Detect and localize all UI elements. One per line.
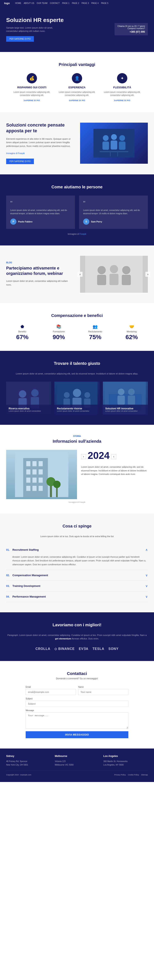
reclutamento-label: Reclutamento: [79, 330, 111, 333]
accordion-header-2[interactable]: 03. Training Development ∨: [6, 581, 148, 591]
nav-about[interactable]: ABOUT US: [24, 2, 34, 4]
spinge-section: Cosa ci spinge Lorem ipsum dolor sit te …: [0, 514, 154, 612]
carousel-next-button[interactable]: ›: [145, 272, 150, 277]
azienda-info: ‹ 2024 › Lorem ipsum dolor sit amet, con…: [81, 450, 148, 499]
hero-contact-label: Chiama 24 ore su 24 / 7 giorni: [117, 25, 145, 27]
form-field-name: Name: [78, 686, 129, 695]
footer-addr-2: 360 Martin St. HomeworksLos Angeles, NY …: [103, 760, 148, 767]
svg-rect-43: [26, 477, 30, 483]
comp-mentoring: 🤝 Mentoring 62%: [116, 324, 148, 340]
azienda-prev-button[interactable]: ‹: [81, 454, 86, 459]
vantaggio-item-risparmio: 💰 RISPARMIO SUI COSTI Lorem ipsum consec…: [11, 73, 52, 102]
footer-link-sitemap[interactable]: Sitemap: [141, 774, 148, 776]
footer-link-privacy[interactable]: Privacy Policy: [114, 774, 125, 776]
testimonials-title: Come aiutiamo le persone: [6, 185, 148, 189]
email-input[interactable]: [26, 689, 76, 695]
vantaggio-item-esperienza: 👤 ESPERIENZA Lorem ipsum consectetur adi…: [56, 73, 97, 102]
svg-point-20: [31, 389, 39, 397]
testimonials-grid: " Lorem ipsum dolor sit amet, consectetu…: [6, 196, 148, 229]
hero-cta-button[interactable]: PER SAPERNE DI PIÙ: [6, 36, 34, 42]
nav-page4[interactable]: PAGE 4: [91, 2, 98, 4]
eventi-section: BLOG Partecipiamo attivamente e organizz…: [0, 245, 154, 303]
footer-office-melbourne: Melbourne Victoria 123Melbourne VIC 5000: [55, 755, 99, 767]
azienda-freepik-link[interactable]: Freepik: [79, 501, 86, 503]
accordion-item-2: 03. Training Development ∨: [6, 581, 148, 591]
soluzioni-section: Soluzioni concrete pensate apposta per t…: [0, 112, 154, 174]
nav-contact[interactable]: CONTACT: [50, 2, 60, 4]
azienda-next-button[interactable]: ›: [111, 454, 116, 459]
footer-city-0: Sidney: [6, 755, 51, 757]
message-label: Message: [26, 709, 129, 711]
form-submit-button[interactable]: INVIA MESSAGGIO: [26, 731, 129, 738]
soluzioni-cta-button[interactable]: PER SAPERNE DI PIÙ: [6, 159, 34, 164]
accordion-arrow-0: ∧: [145, 548, 148, 552]
nav-page5[interactable]: PAGE 5: [101, 2, 108, 4]
mentoring-value: 62%: [116, 334, 148, 340]
footer-city-1: Melbourne: [55, 755, 99, 757]
benefici-icon: ⬟: [6, 324, 39, 329]
svg-point-27: [84, 392, 90, 398]
benefici-value: 67%: [6, 334, 39, 340]
talento-card-1: Reclutamento risorse Lorem ipsum dolor s…: [54, 382, 99, 415]
accordion-header-1[interactable]: 02. Compensation Management ∨: [6, 570, 148, 581]
svg-rect-44: [32, 477, 37, 483]
freepik-link[interactable]: Freepik: [79, 233, 86, 235]
vantaggi-section: Principali vantaggi 💰 RISPARMIO SUI COST…: [0, 52, 154, 112]
subject-label: Subject: [26, 698, 129, 700]
eventi-tag: BLOG: [6, 261, 74, 264]
talento-grid: Ricerca esecutiva Lorem ipsum dolor sit …: [6, 382, 148, 415]
subject-input[interactable]: [26, 701, 129, 707]
contatti-subtitle: Domande o commenti? Su un messaggio!: [6, 677, 148, 680]
esperienza-link[interactable]: SAPERNE DI PIÙ: [69, 99, 85, 102]
soluzioni-image: [80, 123, 148, 164]
form-field-email: Email: [26, 686, 76, 695]
accordion-body-0: Answer: Lorem ipsum dolor sit amet, cons…: [6, 555, 148, 570]
flessibilita-link[interactable]: SAPERNE DI PIÙ: [114, 99, 130, 102]
accordion-arrow-3: ∨: [145, 595, 148, 598]
carousel-prev-button[interactable]: ‹: [78, 272, 83, 277]
svg-rect-16: [122, 275, 131, 285]
soluzioni-image-link[interactable]: Immagine di Freepik: [6, 152, 74, 154]
nav-team[interactable]: OUR TEAM: [37, 2, 48, 4]
email-label: Email: [26, 686, 76, 688]
footer-link-cookie[interactable]: Cookie Policy: [128, 774, 139, 776]
svg-rect-8: [110, 152, 111, 156]
navigation: logo HOME ABOUT US OUR TEAM CONTACT PAGE…: [0, 0, 154, 6]
accordion-num-0: 01.: [6, 549, 10, 551]
talento-card-title-2: Soluzioni HR innovative: [105, 407, 145, 410]
talento-card-title-1: Reclutamento risorse: [57, 407, 97, 410]
contatti-title: Contattaci: [6, 671, 148, 676]
nav-home[interactable]: HOME: [15, 2, 21, 4]
soluzioni-title: Soluzioni concrete pensate apposta per t…: [6, 122, 74, 134]
accordion-header-0[interactable]: 01. Recruitment Staffing ∧: [6, 544, 148, 555]
eventi-text: Lorem ipsum dolor sit amet, consectetur …: [6, 279, 74, 286]
risparmio-title: RISPARMIO SUI COSTI: [11, 86, 52, 89]
nav-page2[interactable]: PAGE 2: [72, 2, 79, 4]
partner-logo-binance: ◇ BINANCE: [54, 647, 75, 651]
azienda-text: Lorem ipsum dolor sit amet, consectetur …: [81, 465, 148, 476]
accordion-item-3: 04. Performance Management ∨: [6, 591, 148, 602]
eventi-carousel: ‹ ›: [80, 256, 148, 293]
svg-point-18: [19, 390, 26, 398]
author-avatar-0: P: [10, 218, 16, 225]
formazione-label: Formazione: [43, 330, 75, 333]
talento-section: Trovare il talento giusto Lorem ipsum do…: [0, 351, 154, 425]
flessibilita-text: Lorem ipsum consectetur adipiscing elit,…: [102, 91, 143, 97]
azienda-tag: STORIA: [6, 435, 148, 438]
formazione-value: 90%: [43, 334, 75, 340]
mentoring-icon: 🤝: [116, 324, 148, 329]
name-input[interactable]: [78, 689, 129, 695]
flessibilita-title: FLESSIBILITÀ: [102, 86, 143, 89]
nav-logo[interactable]: logo: [4, 2, 10, 5]
nav-page1[interactable]: PAGE 1: [62, 2, 70, 4]
risparmio-link[interactable]: SAPERNE DI PIÙ: [24, 99, 40, 102]
svg-rect-40: [26, 469, 30, 474]
partners-subtitle: Paragraph. Lorem ipsum dolor sit amet, c…: [6, 633, 148, 641]
nav-page3[interactable]: PAGE 3: [81, 2, 89, 4]
accordion-header-3[interactable]: 04. Performance Management ∨: [6, 591, 148, 602]
talento-card-text-0: Lorem ipsum dolor sit amet consectetur: [9, 410, 49, 412]
partner-logo-tesla: TESLA: [93, 647, 104, 651]
hero-content: Soluzioni HR esperte Sample large text. …: [6, 17, 74, 42]
message-textarea[interactable]: [26, 712, 129, 729]
hero-contact-sub: Compra il numero?: [117, 27, 145, 30]
